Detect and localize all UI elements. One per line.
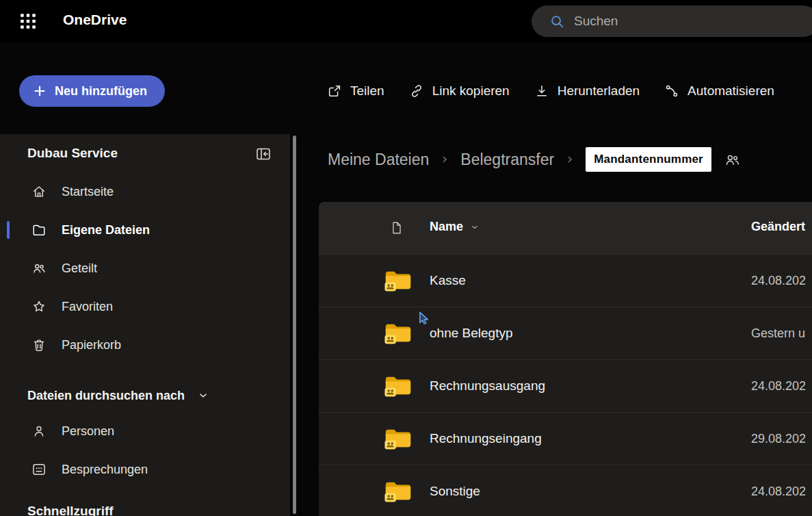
file-row[interactable]: Rechnungsausgang 24.08.202 <box>319 359 812 412</box>
share-button-label: Teilen <box>350 83 384 99</box>
share-button[interactable]: Teilen <box>327 83 384 99</box>
sidebar-section-quick-access: Schnellzugriff <box>27 504 114 516</box>
sidebar-item-startseite[interactable]: Startseite <box>0 172 290 211</box>
collapse-pane-icon <box>255 146 272 162</box>
copy-link-button-label: Link kopieren <box>432 83 510 99</box>
chevron-right-icon <box>439 154 450 165</box>
share-icon <box>327 83 342 99</box>
sidebar-item-label: Startseite <box>62 185 114 199</box>
sidebar-item-label: Geteilt <box>62 261 97 276</box>
meetings-icon <box>31 462 47 477</box>
library-title: Dubau Service <box>27 146 118 161</box>
automate-icon <box>664 83 679 99</box>
sidebar-item-label: Personen <box>62 424 114 439</box>
star-icon <box>31 299 47 314</box>
sidebar-item-eigene-dateien[interactable]: Eigene Dateien <box>0 211 290 249</box>
shared-members-icon[interactable] <box>724 151 741 168</box>
new-add-button-label: Neu hinzufügen <box>55 84 147 99</box>
folder-icon <box>31 222 47 237</box>
breadcrumb-item-meine-dateien[interactable]: Meine Dateien <box>328 151 429 169</box>
shared-folder-icon <box>384 269 412 292</box>
search-input[interactable] <box>574 14 805 29</box>
chevron-down-icon <box>197 389 209 402</box>
file-type-column-icon <box>389 220 404 236</box>
app-launcher-button[interactable] <box>18 11 38 31</box>
file-modified: 24.08.202 <box>751 274 806 288</box>
file-list: Name Geändert Kasse 24.08.202 ohne Beleg… <box>319 202 812 516</box>
breadcrumb-current[interactable]: Mandantennummer <box>586 147 711 172</box>
pane-scrollbar[interactable] <box>293 136 296 514</box>
person-icon <box>31 424 47 439</box>
download-icon <box>534 83 549 99</box>
copy-link-button[interactable]: Link kopieren <box>409 83 510 99</box>
shared-folder-icon <box>384 427 412 450</box>
automate-button-label: Automatisieren <box>687 83 774 99</box>
file-name: Rechnungseingang <box>430 431 542 446</box>
people-icon <box>31 261 47 276</box>
shared-folder-icon <box>384 322 412 345</box>
browse-section-label: Dateien durchsuchen nach <box>27 389 185 403</box>
home-icon <box>31 184 47 199</box>
download-button[interactable]: Herunterladen <box>534 83 640 99</box>
download-button-label: Herunterladen <box>558 83 640 99</box>
file-name: Kasse <box>430 273 466 288</box>
chevron-right-icon <box>564 154 575 165</box>
search-icon <box>549 14 565 29</box>
column-header-name[interactable]: Name <box>430 220 480 234</box>
recycle-bin-icon <box>31 337 47 352</box>
column-header-modified[interactable]: Geändert <box>751 220 805 234</box>
breadcrumb-item-belegtransfer[interactable]: Belegtransfer <box>460 151 554 169</box>
navigation-pane: Dubau Service Startseite Eigene Dateien … <box>0 134 290 516</box>
plus-icon <box>33 84 47 98</box>
shared-folder-icon <box>384 374 412 398</box>
onedrive-app: { "topbar": { "app_title": "OneDrive", "… <box>0 0 812 516</box>
file-name: ohne Belegtyp <box>430 326 513 341</box>
file-modified: 24.08.202 <box>751 485 806 499</box>
sidebar-item-besprechungen[interactable]: Besprechungen <box>0 450 290 489</box>
sidebar-section-browse-by[interactable]: Dateien durchsuchen nach <box>27 380 209 411</box>
waffle-icon <box>19 12 37 30</box>
file-name: Rechnungsausgang <box>430 378 545 394</box>
mouse-cursor <box>419 311 431 325</box>
file-modified: Gestern u <box>751 326 805 341</box>
sidebar-item-favoriten[interactable]: Favoriten <box>0 287 290 326</box>
sidebar-item-label: Besprechungen <box>62 463 148 477</box>
new-add-button[interactable]: Neu hinzufügen <box>19 75 165 107</box>
sidebar-item-personen[interactable]: Personen <box>0 412 290 450</box>
file-row[interactable]: Rechnungseingang 29.08.202 <box>319 412 812 465</box>
sidebar-item-label: Favoriten <box>62 300 113 314</box>
search-box[interactable] <box>532 5 812 37</box>
top-bar: OneDrive <box>0 0 812 42</box>
file-row[interactable]: Sonstige 24.08.202 <box>319 465 812 516</box>
chevron-down-icon <box>470 222 480 232</box>
automate-button[interactable]: Automatisieren <box>664 83 774 99</box>
sidebar-item-label: Eigene Dateien <box>62 223 150 237</box>
file-row[interactable]: Kasse 24.08.202 <box>319 254 812 307</box>
list-header-row: Name Geändert <box>319 202 812 254</box>
sidebar-item-papierkorb[interactable]: Papierkorb <box>0 326 290 364</box>
app-title[interactable]: OneDrive <box>63 12 127 28</box>
link-icon <box>409 83 424 99</box>
sidebar-item-geteilt[interactable]: Geteilt <box>0 249 290 287</box>
file-row[interactable]: ohne Belegtyp Gestern u <box>319 307 812 359</box>
command-bar: Teilen Link kopieren Herunterladen Autom… <box>327 75 812 107</box>
shared-folder-icon <box>384 480 412 503</box>
breadcrumb: Meine Dateien Belegtransfer Mandantennum… <box>328 144 812 175</box>
file-name: Sonstige <box>430 484 480 499</box>
collapse-navigation-button[interactable] <box>252 142 275 166</box>
sidebar-item-label: Papierkorb <box>62 338 121 352</box>
file-modified: 29.08.202 <box>751 432 806 446</box>
file-modified: 24.08.202 <box>751 379 806 394</box>
